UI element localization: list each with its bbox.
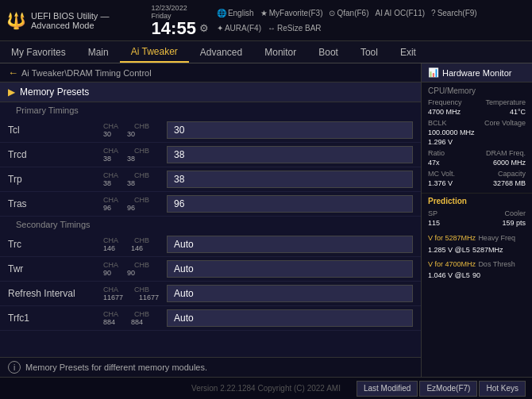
v4700-label: V for 4700MHz [428,260,476,268]
bclk-label: BCLK [428,119,447,127]
primary-timings-label: Primary Timings [0,102,421,118]
hw-monitor-panel: 📊 Hardware Monitor CPU/Memory Frequency … [421,63,532,377]
v5287-val2: 5287MHz [472,246,503,254]
header-icon-qfan[interactable]: ⊙ Qfan(F6) [329,9,368,17]
timing-row-trfc1[interactable]: Trfc1 CHA CHB 884 884 [0,306,421,331]
sp-value: 115 [428,219,440,227]
tcl-label: Tcl [8,125,103,136]
capacity-label: Capacity [498,170,526,178]
twr-label: Twr [8,263,103,274]
asus-logo: 🔱 [6,11,26,30]
sp-label: SP [428,209,438,217]
header-icon-favorites[interactable]: ★ MyFavorite(F3) [260,9,323,17]
tcl-input[interactable] [167,121,413,139]
v4700-val1: 1.046 V @L5 [428,271,470,279]
breadcrumb: ← Ai Tweaker\DRAM Timing Control [0,63,421,82]
trcd-input[interactable] [167,146,413,163]
bios-title: UEFI BIOS Utility — Advanced Mode [31,11,146,30]
cpu-memory-title: CPU/Memory [428,86,526,95]
trp-label: Trp [8,174,103,185]
dram-freq-label: DRAM Freq. [486,149,526,157]
header-icons: 🌐 English ★ MyFavorite(F3) ⊙ Qfan(F6) AI… [217,9,526,33]
hw-monitor-title: 📊 Hardware Monitor [422,63,532,82]
nav-monitor[interactable]: Monitor [253,41,307,63]
v5287-label: V for 5287MHz [428,234,476,242]
twr-input[interactable] [167,260,413,278]
header: 🔱 UEFI BIOS Utility — Advanced Mode 12/2… [0,0,532,41]
header-icon-english[interactable]: 🌐 English [217,9,254,17]
ez-mode-button[interactable]: EzMode(F7) [419,381,477,397]
tras-label: Tras [8,198,103,209]
back-arrow-icon[interactable]: ← [8,67,18,79]
cpu-memory-section: CPU/Memory Frequency Temperature 4700 MH… [422,82,532,194]
search-icon: ? [431,9,436,17]
memory-presets-header[interactable]: ▶ Memory Presets [0,82,421,102]
ratio-label: Ratio [428,149,445,157]
core-voltage-value: 1.296 V [428,138,453,146]
trc-label: Trc [8,239,103,250]
timing-row-refresh[interactable]: Refresh Interval CHA CHB 11677 11677 [0,282,421,306]
trfc1-channels: CHA CHB 884 884 [103,310,167,326]
timing-row-trcd[interactable]: Trcd CHA CHB 38 38 [0,143,421,167]
nav-tool[interactable]: Tool [349,41,389,63]
trcd-channels: CHA CHB 38 38 [103,147,167,163]
core-voltage-label: Core Voltage [484,119,526,127]
ai-icon: AI [376,9,383,17]
info-text: Memory Presets for different memory modu… [25,363,207,372]
globe-icon: 🌐 [217,9,226,17]
prediction-section: SP Cooler 115 159 pts V for 5287MHz Heav… [422,207,532,282]
footer-wrapper: Version 2.22.1284 Copyright (C) 2022 AMI… [6,381,526,397]
navbar: My Favorites Main Ai Tweaker Advanced Mo… [0,41,532,63]
header-icon-resizebar[interactable]: ↔ ReSize BAR [268,24,322,33]
cooler-label: Cooler [504,209,526,217]
v4700-val2: 90 [472,271,480,279]
v5287-val1: 1.285 V @L5 [428,246,470,254]
refresh-label: Refresh Interval [8,288,103,299]
tras-input[interactable] [167,195,413,213]
aura-icon: ✦ [217,24,223,33]
hot-keys-button[interactable]: Hot Keys [479,381,526,397]
refresh-input[interactable] [167,285,413,302]
timing-row-tcl[interactable]: Tcl CHA CHB 30 30 [0,118,421,143]
nav-main[interactable]: Main [77,41,120,63]
mc-volt-value: 1.376 V [428,179,453,187]
nav-my-favorites[interactable]: My Favorites [0,41,77,63]
mc-volt-label: MC Volt. [428,170,455,178]
header-icon-aioc[interactable]: AI AI OC(F11) [376,9,426,17]
settings-icon[interactable]: ⚙ [199,22,209,34]
expand-icon: ▶ [8,86,15,98]
header-icon-search[interactable]: ? Search(F9) [431,9,477,17]
v5287-desc: Heavy Freq [478,234,515,242]
secondary-timings-label: Secondary Timings [0,217,421,232]
cooler-value: 159 pts [502,219,526,227]
header-icon-aura[interactable]: ✦ AURA(F4) [217,24,261,33]
date-display: 12/23/2022 Friday [152,4,209,20]
prediction-title: Prediction [422,194,532,207]
freq-value: 4700 MHz [428,108,461,116]
nav-exit[interactable]: Exit [389,41,427,63]
temp-header-label: Temperature [485,98,526,106]
nav-boot[interactable]: Boot [307,41,349,63]
v4700-desc: Dos Thresh [478,260,515,268]
last-modified-button[interactable]: Last Modified [357,381,418,397]
trfc1-label: Trfc1 [8,313,103,324]
trfc1-input[interactable] [167,309,413,327]
timing-row-tras[interactable]: Tras CHA CHB 96 96 [0,192,421,217]
footer: Version 2.22.1284 Copyright (C) 2022 AMI… [0,377,532,399]
resize-icon: ↔ [268,24,276,33]
refresh-channels: CHA CHB 11677 11677 [103,286,167,301]
capacity-value: 32768 MB [493,179,526,187]
trc-input[interactable] [167,236,413,253]
trp-input[interactable] [167,171,413,188]
timing-row-trp[interactable]: Trp CHA CHB 38 38 [0,167,421,192]
nav-ai-tweaker[interactable]: Ai Tweaker [120,41,189,63]
trc-channels: CHA CHB 146 146 [103,236,167,252]
main-container: ← Ai Tweaker\DRAM Timing Control ▶ Memor… [0,63,532,377]
content-area: ← Ai Tweaker\DRAM Timing Control ▶ Memor… [0,63,421,377]
tras-channels: CHA CHB 96 96 [103,196,167,212]
timing-row-twr[interactable]: Twr CHA CHB 90 90 [0,257,421,282]
timing-row-trc[interactable]: Trc CHA CHB 146 146 [0,232,421,257]
nav-advanced[interactable]: Advanced [189,41,253,63]
dram-freq-value: 6000 MHz [493,159,526,167]
logo-area: 🔱 UEFI BIOS Utility — Advanced Mode [6,11,146,30]
